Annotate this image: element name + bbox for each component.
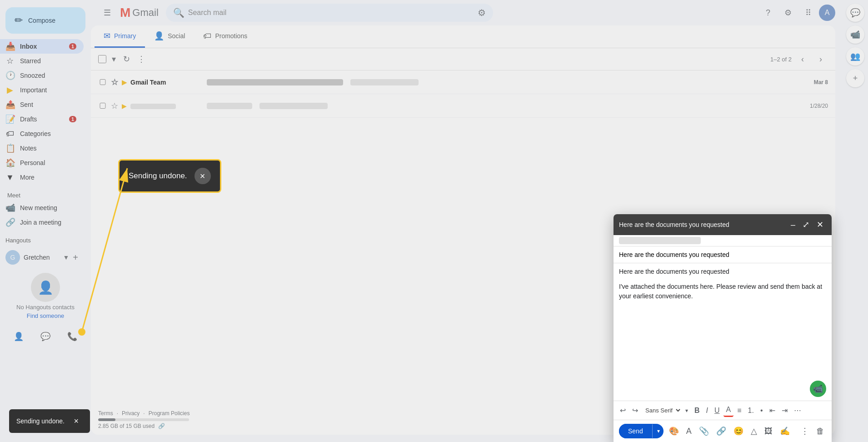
prev-page-button[interactable]: ‹ xyxy=(795,52,810,66)
format-paint-button[interactable]: 🎨 xyxy=(667,424,681,438)
sidebar-item-important[interactable]: ▶ Important xyxy=(0,83,84,97)
manage-storage-link[interactable]: 🔗 xyxy=(158,423,165,429)
discard-button[interactable]: 🗑 xyxy=(814,425,826,438)
apps-button[interactable]: ⠿ xyxy=(799,4,817,22)
inbox-label: Inbox xyxy=(20,43,64,50)
sidebar-item-personal[interactable]: 🏠 Personal xyxy=(0,156,84,170)
email-date-1: Mar 8 xyxy=(814,79,828,85)
add-panel-button[interactable]: + xyxy=(846,69,864,87)
tab-primary[interactable]: ✉ Primary xyxy=(95,25,145,48)
sidebar-item-snoozed[interactable]: 🕐 Snoozed xyxy=(0,68,84,83)
sidebar-item-notes[interactable]: 📋 Notes xyxy=(0,141,84,156)
hangouts-icon-bar: 👤 💬 📞 xyxy=(0,325,91,348)
emoji-button[interactable]: 😊 xyxy=(732,424,745,438)
sidebar-item-sent[interactable]: 📤 Sent xyxy=(0,97,84,112)
star-button-1[interactable]: ☆ xyxy=(111,77,118,87)
underline-button[interactable]: U xyxy=(712,405,723,417)
chat-panel-button[interactable]: 💬 xyxy=(846,4,864,22)
hamburger-menu-button[interactable]: ☰ xyxy=(98,4,116,22)
italic-button[interactable]: I xyxy=(703,405,711,417)
email-row[interactable]: ☆ ▶ Gmail Team Mar 8 xyxy=(91,70,835,94)
signature-button[interactable]: ✍ xyxy=(778,424,792,438)
sidebar-item-new-meeting[interactable]: 📹 New meeting xyxy=(0,201,84,215)
sidebar-item-inbox[interactable]: 📥 Inbox 1 xyxy=(0,39,84,54)
compose-subject-input[interactable] xyxy=(619,248,826,261)
compose-minimize-button[interactable]: – xyxy=(788,219,798,231)
starred-label: Starred xyxy=(20,57,76,65)
toast-close-button[interactable]: × xyxy=(70,415,83,427)
more-format-button[interactable]: ⋯ xyxy=(791,404,804,417)
undo-button[interactable]: ↩ xyxy=(617,404,629,417)
find-someone-link[interactable]: Find someone xyxy=(27,312,64,319)
search-filter-icon[interactable]: ⚙ xyxy=(478,7,486,18)
highlighted-toast-close-button[interactable]: × xyxy=(195,168,211,184)
compose-body-line2: I've attached the documents here. Please… xyxy=(619,282,826,301)
align-button[interactable]: ≡ xyxy=(734,405,744,417)
font-family-select[interactable]: Sans Serif xyxy=(642,405,682,416)
pagination-info: 1–2 of 2 ‹ › xyxy=(770,52,828,66)
notes-label: Notes xyxy=(20,145,76,152)
email-row[interactable]: ☆ ▶ 1/28/20 xyxy=(91,94,835,118)
more-options-button[interactable]: ⋮ xyxy=(135,52,147,66)
hangouts-chat-icon-btn[interactable]: 💬 xyxy=(37,328,54,345)
terms-link[interactable]: Terms xyxy=(98,410,113,417)
link-button[interactable]: 🔗 xyxy=(714,424,728,438)
drafts-icon: 📝 xyxy=(5,114,15,124)
compose-close-button[interactable]: ✕ xyxy=(814,219,826,231)
compose-meet-button[interactable]: 📹 xyxy=(810,381,826,397)
highlighted-toast: Sending undone. × xyxy=(118,159,221,193)
search-input[interactable] xyxy=(188,9,474,17)
star-button-2[interactable]: ☆ xyxy=(111,101,118,111)
select-dropdown-button[interactable]: ▾ xyxy=(110,52,118,66)
account-avatar-button[interactable]: A xyxy=(819,5,835,21)
compose-maximize-button[interactable]: ⤢ xyxy=(800,219,812,231)
next-page-button[interactable]: › xyxy=(813,52,828,66)
font-color-bottom-button[interactable]: A xyxy=(684,425,693,438)
select-all-checkbox[interactable] xyxy=(98,55,106,63)
more-bottom-button[interactable]: ⋮ xyxy=(799,424,811,438)
numbered-list-button[interactable]: 1. xyxy=(745,405,757,417)
meet-panel-button[interactable]: 📹 xyxy=(846,25,864,44)
help-button[interactable]: ? xyxy=(759,4,777,22)
bulleted-list-button[interactable]: • xyxy=(758,405,766,417)
sidebar-item-join-meeting[interactable]: 🔗 Join a meeting xyxy=(0,215,84,230)
email-checkbox-2[interactable] xyxy=(98,103,107,109)
highlighted-toast-close-icon: × xyxy=(200,171,205,181)
settings-button[interactable]: ⚙ xyxy=(779,4,797,22)
compose-button[interactable]: ✏ Compose xyxy=(5,7,85,34)
sidebar-item-more[interactable]: ▼ More xyxy=(0,170,84,185)
compose-subject-row xyxy=(614,246,832,263)
contacts-panel-button[interactable]: 👥 xyxy=(846,47,864,65)
hangout-add-button[interactable]: + xyxy=(73,252,78,263)
compose-window-header[interactable]: Here are the documents you requested – ⤢… xyxy=(614,214,832,235)
sidebar-item-categories[interactable]: 🏷 Categories xyxy=(0,126,84,141)
compose-window: Here are the documents you requested – ⤢… xyxy=(614,214,832,442)
drive-button[interactable]: △ xyxy=(749,424,759,438)
compose-body[interactable]: Here are the documents you requested I'v… xyxy=(614,263,832,377)
refresh-button[interactable]: ↻ xyxy=(121,52,132,66)
privacy-link[interactable]: Privacy xyxy=(122,410,140,417)
program-policies-link[interactable]: Program Policies xyxy=(149,410,190,417)
text-color-button[interactable]: A xyxy=(723,404,734,417)
tab-promotions[interactable]: 🏷 Promotions xyxy=(194,25,256,48)
photo-button[interactable]: 🖼 xyxy=(763,425,774,438)
toast-close-icon: × xyxy=(74,417,79,426)
send-button[interactable]: Send xyxy=(619,424,652,438)
primary-tab-icon: ✉ xyxy=(104,31,110,41)
bold-button[interactable]: B xyxy=(692,405,703,417)
indent-more-button[interactable]: ⇥ xyxy=(779,404,790,417)
hangouts-person-icon-btn[interactable]: 👤 xyxy=(10,328,27,345)
hangout-user-item[interactable]: G Gretchen ▼ + xyxy=(0,247,84,267)
sidebar-item-drafts[interactable]: 📝 Drafts 1 xyxy=(0,112,84,126)
email-checkbox-1[interactable] xyxy=(98,79,107,85)
send-dropdown-button[interactable]: ▾ xyxy=(652,424,663,438)
hangouts-phone-icon-btn[interactable]: 📞 xyxy=(64,328,80,345)
sidebar-item-starred[interactable]: ☆ Starred xyxy=(0,54,84,68)
indent-less-button[interactable]: ⇤ xyxy=(767,404,778,417)
font-size-button[interactable]: ▾ xyxy=(683,406,691,416)
new-meeting-icon: 📹 xyxy=(5,203,15,213)
redo-button[interactable]: ↪ xyxy=(629,404,641,417)
tab-social[interactable]: 👤 Social xyxy=(145,25,194,48)
compose-header-actions: – ⤢ ✕ xyxy=(788,219,826,231)
attach-button[interactable]: 📎 xyxy=(697,424,711,438)
